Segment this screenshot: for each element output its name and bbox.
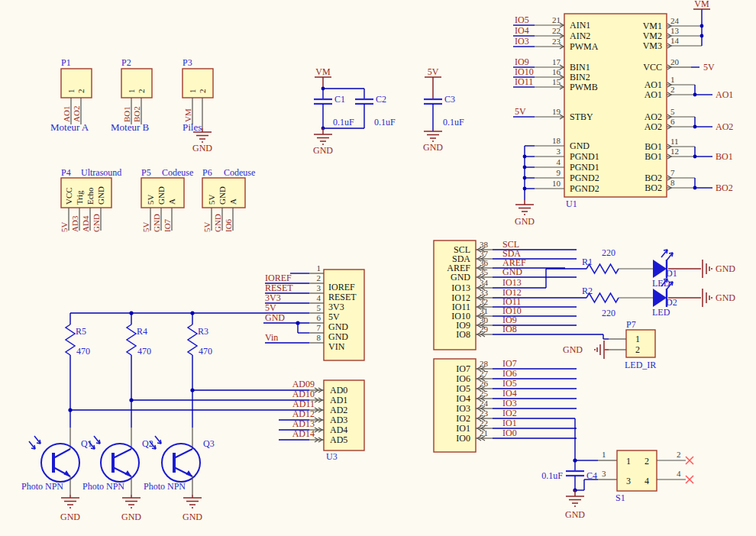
p2-net1-label: BO1	[122, 106, 131, 122]
u3-pin-ad5: AD5	[330, 434, 347, 445]
q3-caption: Photo NPN	[144, 481, 186, 492]
switch-s1[interactable]: 1 0.1uF C4 3 GND 1 2 3 4 S1 2 4	[541, 450, 693, 520]
v5-decoupling[interactable]: 5V C3 0.1uF GND	[423, 66, 464, 153]
p4-title: Ultrasound	[81, 167, 121, 178]
u1-pinnum-2: 2	[670, 85, 675, 94]
r5-resistor	[66, 325, 75, 355]
u1-pin-bin1: BIN1	[570, 62, 590, 73]
hdrb-net-io4: IO4	[502, 388, 517, 399]
u1-pinnum-5: 5	[670, 107, 675, 116]
u1-pin-ain1: AIN1	[570, 20, 590, 31]
u1-pin-ao2a: AO2	[645, 111, 662, 122]
p5-net-io7: IO7	[163, 218, 172, 232]
q1-body	[41, 444, 79, 482]
q3-gnd-symbol	[183, 498, 202, 508]
p6-title: Codeuse	[224, 167, 255, 178]
d2-gnd-symbol	[703, 289, 712, 307]
u3-label-ad13: AD13	[292, 418, 315, 429]
connector-p5[interactable]: P5 Codeuse 5V GND A 5V GND IO7	[141, 167, 193, 232]
p7-caption: LED_IR	[625, 360, 656, 370]
u1-pin-pgnd1a: PGND1	[570, 151, 599, 162]
hdrb-net-io3: IO3	[502, 398, 517, 408]
p1-pin2-number: 2	[76, 89, 86, 94]
p7-pin2-number: 2	[635, 344, 640, 355]
ic-u3-analog-header[interactable]: U3 AD09 AD0 AD10 AD1 AD11 AD2 AD12 AD3 A…	[70, 379, 364, 462]
hdrb-pin-io1: IO1	[456, 423, 470, 434]
u1-pin-vm1: VM1	[643, 21, 662, 31]
p6-pin-gnd: GND	[218, 186, 227, 205]
u1-pin-pwmb: PWMB	[570, 82, 598, 92]
hdrb-pin-io3: IO3	[456, 403, 470, 414]
r5-value: 470	[76, 346, 90, 357]
p4-net-5v: 5V	[60, 222, 69, 233]
d1-designator: D1	[666, 268, 677, 279]
u1-pinnum-21: 21	[552, 15, 561, 24]
u3-pinnum-8: 8	[317, 333, 321, 342]
p7-body	[626, 330, 655, 357]
u3-net-gnd: GND	[265, 312, 285, 323]
d1-led	[653, 260, 667, 278]
q1-light-arrow	[34, 436, 40, 444]
p3-pin1-number: 1	[188, 89, 197, 94]
p2-caption: Moteur B	[111, 121, 150, 133]
q3-designator: Q3	[203, 438, 215, 449]
p5-pin-a: A	[167, 199, 176, 205]
u3-pinnum-1: 1	[317, 263, 321, 273]
connector-p3[interactable]: P3 1 2 VM GND Piles	[183, 57, 213, 153]
d1-emit-arrow	[667, 253, 673, 260]
connector-p2[interactable]: P2 1 2 BO1 BO2 Moteur B	[111, 57, 152, 133]
hdrb-pinnum-23: 23	[480, 408, 489, 418]
hdr-net-io13: IO13	[502, 277, 522, 288]
u3-label-ad10: AD10	[292, 389, 315, 399]
io-header-bottom[interactable]: IO7 28 IO7 IO6 27 IO6 IO5 26 IO5 IO4 25 …	[434, 358, 577, 460]
u1-pinnum-11: 11	[670, 137, 679, 146]
vm-decoupling[interactable]: VM C1 0.1uF C2 0.1uF GND	[313, 66, 396, 156]
c2-designator: C2	[376, 94, 386, 105]
connector-p4[interactable]: P4 Ultrasound VCC Trig Echo GND 5V AD3 A…	[60, 167, 121, 232]
c1-designator: C1	[334, 94, 345, 105]
ic-u3-power-header[interactable]: 1 IOREF 2 IOREF RESET 3 RESET 3V3 4 3V3 …	[192, 263, 364, 360]
u1-net-io5: IO5	[515, 15, 529, 25]
connector-p7[interactable]: P7 1 2 GND LED_IR	[563, 319, 656, 370]
u1-pinnum-4: 4	[557, 157, 561, 166]
c3-gnd-label: GND	[423, 142, 443, 153]
q1-gnd-symbol	[61, 498, 79, 508]
led-branch-d1[interactable]: R1 220 D1 LED GND	[582, 247, 735, 289]
photo-sensor-array[interactable]: R5 470 R4 470 R3 470 Q1 Photo NPN GND Q2…	[21, 311, 215, 522]
u1-pinnum-3: 3	[557, 147, 561, 156]
q1-gnd-label: GND	[60, 512, 80, 522]
hdrb-pinnum-27: 27	[480, 369, 489, 378]
hdrb-pin-io0: IO0	[456, 433, 470, 444]
u1-pinnum-16: 16	[552, 67, 561, 76]
connector-p1[interactable]: P1 1 2 AO1 AO2 Moteur A	[50, 57, 92, 133]
ic-u1[interactable]: U1 IO5 21 AIN1 IO4 22 AIN2 IO3 23 PWMA I…	[513, 0, 733, 227]
u1-pin-pgnd2a: PGND2	[570, 173, 599, 183]
u1-net-bo2: BO2	[716, 182, 733, 193]
p6-net-5v: 5V	[202, 222, 212, 233]
u3-pin-3v3: 3V3	[328, 302, 344, 312]
p6-pin-a: A	[228, 199, 237, 205]
r5-designator: R5	[76, 326, 86, 337]
hdrb-pin-io6: IO6	[456, 373, 470, 384]
d2-designator: D2	[666, 297, 677, 308]
u1-pin-bo1a: BO1	[645, 141, 662, 152]
hdr-pinnum-33: 33	[480, 288, 489, 297]
p1-net1-label: AO1	[62, 106, 71, 122]
s1-pinnum-3: 3	[602, 469, 606, 478]
u3-pin-ad2: AD2	[330, 405, 347, 415]
hdr-pinnum-32: 32	[480, 297, 488, 306]
p3-caption: Piles	[183, 121, 202, 133]
connector-p6[interactable]: P6 Codeuse 5V GND A 5V GND IO6	[202, 167, 255, 232]
u3-pin-5v: 5V	[328, 312, 340, 322]
s1-pin4-label: 4	[645, 476, 649, 486]
s1-body	[617, 450, 657, 491]
p4-net-ad3: AD3	[70, 215, 79, 232]
hdrb-pinnum-25: 25	[480, 389, 489, 398]
u3-pin-gnd2: GND	[328, 331, 348, 342]
hdr-net-io8: IO8	[502, 324, 517, 334]
p5-title: Codeuse	[162, 167, 193, 178]
hdr-pinnum-36: 36	[480, 258, 489, 267]
u3-pinnum-6: 6	[317, 313, 321, 322]
p4-net-ad4: AD4	[81, 215, 90, 232]
u3-label-ad14: AD14	[292, 428, 315, 439]
